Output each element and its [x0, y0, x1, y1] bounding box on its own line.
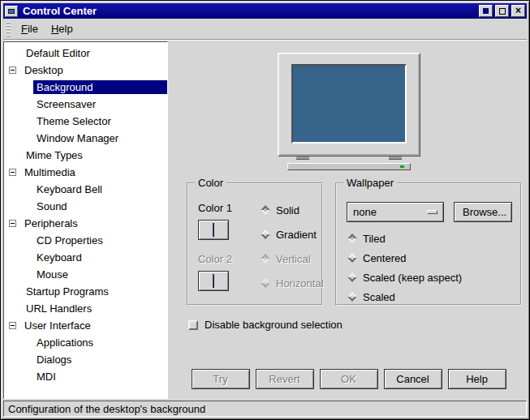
sidebar-item-label: Keyboard — [33, 251, 85, 264]
menu-help[interactable]: Help — [45, 20, 80, 37]
sidebar-item-screensaver[interactable]: Screensaver — [4, 96, 167, 113]
sidebar-item-label: Mime Types — [23, 148, 86, 162]
sidebar-item-startup-programs[interactable]: Startup Programs — [4, 283, 167, 300]
revert-button: Revert — [256, 369, 314, 389]
sidebar-item-default-editor[interactable]: Default Editor — [4, 45, 167, 62]
sidebar-item-window-manager[interactable]: Window Manager — [4, 130, 167, 147]
color-radio-vertical: Vertical — [260, 252, 324, 265]
radio-label: Gradient — [276, 229, 317, 241]
close-button[interactable]: × — [511, 5, 525, 17]
color2-swatch — [213, 274, 214, 288]
minimize-button[interactable] — [479, 5, 493, 17]
radio-label: Scaled — [363, 291, 395, 303]
sidebar-item-label: MDI — [33, 370, 59, 384]
sidebar-item-url-handlers[interactable]: URL Handlers — [4, 300, 167, 317]
sidebar-item-desktop[interactable]: Desktop — [4, 62, 167, 79]
radio-label: Tiled — [363, 233, 386, 245]
color1-label: Color 1 — [198, 202, 248, 214]
menu-file[interactable]: File — [15, 20, 45, 37]
sidebar-item-label: URL Handlers — [23, 302, 95, 315]
color-radio-gradient[interactable]: Gradient — [260, 228, 324, 241]
color1-button[interactable] — [198, 220, 229, 240]
maximize-button[interactable] — [495, 5, 509, 17]
browse-button[interactable]: Browse... — [454, 202, 512, 222]
wallpaper-radio-centered[interactable]: Centered — [347, 251, 512, 264]
wallpaper-radio-scaled-keep-aspect[interactable]: Scaled (keep aspect) — [347, 271, 512, 284]
preview-screen — [291, 64, 407, 144]
radio-icon — [261, 229, 269, 238]
help-button[interactable]: Help — [448, 369, 506, 389]
color-group-title: Color — [195, 177, 226, 189]
radio-label: Scaled (keep aspect) — [363, 272, 462, 284]
sidebar-item-applications[interactable]: Applications — [4, 334, 167, 351]
tree-expander-icon[interactable] — [9, 66, 16, 74]
sidebar-item-label: Theme Selector — [33, 114, 114, 128]
minimize-icon — [483, 8, 489, 14]
wallpaper-radio-tiled[interactable]: Tiled — [347, 232, 512, 245]
sidebar-item-multimedia[interactable]: Multimedia — [4, 164, 167, 181]
sidebar-item-mdi[interactable]: MDI — [4, 368, 167, 385]
sidebar-item-user-interface[interactable]: User Interface — [4, 317, 167, 334]
sidebar-item-label: Applications — [33, 336, 97, 349]
cancel-button[interactable]: Cancel — [384, 369, 442, 389]
wallpaper-dropdown[interactable]: none — [347, 202, 444, 222]
radio-icon — [347, 234, 356, 242]
monitor-feet — [296, 156, 402, 160]
sidebar-item-label: Screensaver — [33, 97, 99, 111]
radio-label: Solid — [276, 204, 299, 216]
window-menu-icon[interactable] — [5, 6, 18, 17]
menubar: FileHelp — [3, 19, 527, 40]
dropdown-indicator-icon — [427, 210, 437, 214]
disable-background-selection-option[interactable]: Disable background selection — [188, 319, 520, 331]
sidebar-item-theme-selector[interactable]: Theme Selector — [4, 113, 167, 130]
tree-expander-icon[interactable] — [9, 169, 16, 176]
wallpaper-radio-scaled[interactable]: Scaled — [347, 290, 512, 303]
category-tree: Default EditorDesktopBackgroundScreensav… — [3, 41, 168, 399]
sidebar-item-peripherals[interactable]: Peripherals — [4, 215, 167, 232]
keyboard-graphic — [287, 163, 411, 170]
pane-splitter[interactable] — [168, 41, 174, 399]
sidebar-item-label: Mouse — [33, 268, 71, 281]
sidebar-item-label: User Interface — [21, 319, 94, 332]
radio-label: Vertical — [276, 253, 311, 265]
sidebar-item-label: Desktop — [21, 63, 67, 77]
monitor-foot — [296, 156, 309, 160]
tree-expander-icon[interactable] — [9, 322, 16, 329]
radio-icon — [261, 278, 269, 287]
sidebar-item-label: Peripherals — [21, 216, 81, 230]
sidebar-item-label: CD Properties — [33, 234, 106, 247]
radio-icon — [347, 253, 356, 262]
tree-expander-icon[interactable] — [9, 220, 16, 227]
sidebar-item-label: Multimedia — [21, 165, 79, 179]
content-area: Default EditorDesktopBackgroundScreensav… — [3, 41, 527, 399]
wallpaper-group-title: Wallpaper — [343, 177, 397, 189]
color1-swatch — [213, 223, 214, 237]
sidebar-item-label: Window Manager — [33, 131, 122, 145]
titlebar[interactable]: Control Center × — [3, 3, 527, 19]
sidebar-item-label: Keyboard Bell — [33, 182, 106, 196]
dialog-action-buttons: TryRevertOKCancelHelp — [177, 369, 520, 389]
sidebar-item-keyboard[interactable]: Keyboard — [4, 249, 167, 266]
statusbar: Configuration of the desktop's backgroun… — [3, 401, 527, 417]
sidebar-item-sound[interactable]: Sound — [4, 198, 167, 215]
color-group: Color Color 1 Color 2 SolidGradientVerti… — [187, 182, 323, 306]
settings-groups: Color Color 1 Color 2 SolidGradientVerti… — [177, 182, 520, 306]
color-radio-solid[interactable]: Solid — [260, 204, 324, 216]
sidebar-item-cd-properties[interactable]: CD Properties — [4, 232, 167, 249]
sidebar-item-mime-types[interactable]: Mime Types — [4, 147, 167, 164]
menu-grip-handle[interactable] — [6, 22, 11, 36]
try-button: Try — [192, 369, 250, 389]
wallpaper-mode-radios: TiledCenteredScaled (keep aspect)Scaled — [347, 232, 512, 303]
sidebar-item-label: Background — [33, 80, 167, 94]
sidebar-item-mouse[interactable]: Mouse — [4, 266, 167, 283]
color2-button — [198, 271, 229, 291]
disable-background-checkbox[interactable] — [188, 320, 198, 330]
color2-label: Color 2 — [198, 253, 248, 265]
radio-icon — [347, 272, 356, 281]
sidebar-item-keyboard-bell[interactable]: Keyboard Bell — [4, 181, 167, 198]
power-led — [400, 165, 404, 168]
sidebar-item-dialogs[interactable]: Dialogs — [4, 351, 167, 368]
background-settings-panel: Color Color 1 Color 2 SolidGradientVerti… — [174, 41, 527, 399]
sidebar-item-background[interactable]: Background — [4, 79, 167, 96]
menubar-items: FileHelp — [15, 20, 80, 37]
